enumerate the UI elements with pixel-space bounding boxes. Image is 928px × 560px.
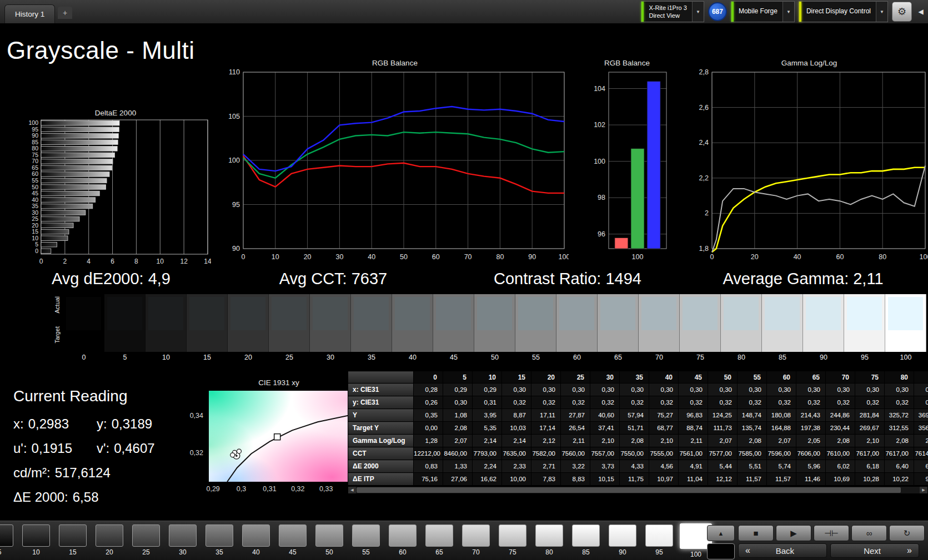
measured-point-dot xyxy=(235,455,238,457)
axis-tick-label: 80 xyxy=(32,145,38,152)
table-cell: 2,10 xyxy=(649,435,679,447)
table-scrollbar[interactable]: ◀ ▶ xyxy=(348,486,928,494)
gear-icon: ⚙ xyxy=(897,6,906,18)
swatch-level-label: 5 xyxy=(104,352,146,364)
step-button[interactable]: ⊣⊢ xyxy=(814,525,849,541)
meter-dropdown-chevron[interactable]: ▼ xyxy=(692,2,704,22)
swatch-actual-area xyxy=(847,297,882,330)
swatch-target-area xyxy=(844,294,885,352)
scroll-left-button[interactable]: ◀ xyxy=(348,487,356,493)
pattern-level-button[interactable]: 30 xyxy=(164,524,201,558)
summary-stats-row: Avg dE2000: 4,9 Avg CCT: 7637 Contrast R… xyxy=(0,270,928,291)
scrollbar-thumb[interactable] xyxy=(357,487,901,493)
table-row-label: y: CIE31 xyxy=(348,396,414,409)
axis-tick-label: 50 xyxy=(400,253,408,261)
swatch-axis-labels: Actual Target xyxy=(53,294,63,364)
settings-button[interactable]: ⚙ xyxy=(892,2,912,22)
meter-dropdown[interactable]: X-Rite i1Pro 3 Direct View ▼ xyxy=(641,1,704,22)
pattern-level-button[interactable]: 25 xyxy=(128,524,164,558)
table-cell: 68,77 xyxy=(649,422,679,435)
pattern-level-label: 90 xyxy=(619,548,626,556)
measured-point xyxy=(237,449,241,453)
axis-tick-label: 60 xyxy=(32,170,38,177)
back-button[interactable]: « Back xyxy=(738,543,827,558)
pattern-up-button[interactable]: ▲ xyxy=(707,525,735,541)
grayscale-swatch: 50 xyxy=(474,294,515,364)
swatch-target-area xyxy=(228,294,269,352)
tab-history-1[interactable]: History 1 xyxy=(4,4,55,23)
pattern-level-swatch xyxy=(389,524,417,547)
measurement-table: 0510152025303540455055606570758085x: CIE… xyxy=(348,371,928,485)
add-tab-button[interactable]: + xyxy=(58,7,72,19)
source-dropdown[interactable]: Mobile Forge ▼ xyxy=(731,1,795,22)
grayscale-swatch-strip: Actual Target 05101520253035404550556065… xyxy=(53,294,926,364)
table-cell: 312,55 xyxy=(885,422,914,435)
axis-tick-label: 80 xyxy=(879,253,886,261)
loop-button[interactable]: ↻ xyxy=(889,525,925,541)
deltae-chart-title: DeltaE 2000 xyxy=(20,109,211,118)
grayscale-swatch: 30 xyxy=(310,294,351,364)
table-cell: 197,38 xyxy=(796,422,826,435)
next-button[interactable]: Next » xyxy=(830,543,919,558)
continuous-read-button[interactable]: ∞ xyxy=(851,525,887,541)
pattern-level-button[interactable]: 20 xyxy=(91,524,128,558)
table-cell: 0,29 xyxy=(443,384,473,396)
pattern-level-button[interactable]: 85 xyxy=(568,524,604,558)
display-dropdown-text: Direct Display Control xyxy=(801,2,876,22)
table-cell: 2,07 xyxy=(708,435,738,447)
display-dropdown-chevron[interactable]: ▼ xyxy=(876,2,887,22)
axis-tick-label: 0 xyxy=(710,253,714,261)
table-cell: 1,28 xyxy=(414,435,443,447)
swatch-actual-area xyxy=(436,297,471,330)
table-cell: 11,75 xyxy=(620,473,649,486)
stop-button[interactable]: ■ xyxy=(738,525,774,541)
pattern-level-button[interactable]: 15 xyxy=(54,524,91,558)
reading-x: x:0,2983 xyxy=(13,416,97,432)
grayscale-swatch: 95 xyxy=(844,294,885,364)
pattern-level-button[interactable]: 75 xyxy=(494,524,531,558)
scroll-right-button[interactable]: ▶ xyxy=(920,487,927,493)
grayscale-swatch: 80 xyxy=(721,294,762,364)
display-control-dropdown[interactable]: Direct Display Control ▼ xyxy=(799,1,888,22)
table-cell: 0,32 xyxy=(738,396,767,409)
cie-chart-title: CIE 1931 xy xyxy=(184,379,351,387)
pattern-level-button[interactable]: 50 xyxy=(311,524,348,558)
play-button[interactable]: ▶ xyxy=(776,525,811,541)
swatch-target-area xyxy=(433,294,474,352)
table-row: Target Y0,002,085,3510,0317,1426,5437,41… xyxy=(348,422,928,435)
pattern-window-button[interactable] xyxy=(707,543,735,559)
table-cell: 0,30 xyxy=(649,384,679,396)
table-cell: 0,83 xyxy=(414,460,443,473)
pattern-level-button[interactable]: 5 xyxy=(0,524,18,558)
gamma-chart-title: Gamma Log/Log xyxy=(690,59,928,68)
green-bar xyxy=(631,149,644,249)
swatch-level-label: 20 xyxy=(228,352,269,364)
pattern-level-button[interactable]: 35 xyxy=(201,524,238,558)
pattern-level-button[interactable]: 65 xyxy=(421,524,458,558)
chevron-down-icon: ▼ xyxy=(696,9,700,14)
axis-tick-label: 75 xyxy=(32,152,38,158)
pattern-level-button[interactable]: 70 xyxy=(458,524,494,558)
pattern-level-button[interactable]: 60 xyxy=(384,524,421,558)
pattern-level-button[interactable]: 10 xyxy=(18,524,54,558)
axis-tick-label: 10 xyxy=(32,235,38,241)
pattern-level-button[interactable]: 45 xyxy=(274,524,311,558)
rgb-balance-bar-chart: 9698100102104100 xyxy=(585,68,669,262)
next-arrows-icon: » xyxy=(907,546,912,556)
table-cell: 0,00 xyxy=(414,422,443,435)
source-dropdown-chevron[interactable]: ▼ xyxy=(782,2,794,22)
swatch-actual-area xyxy=(518,297,553,330)
axis-tick-label: 60 xyxy=(836,253,844,261)
pattern-level-button[interactable]: 80 xyxy=(531,524,568,558)
table-cell: 180,08 xyxy=(767,409,796,422)
swatch-level-label: 85 xyxy=(762,352,803,364)
pattern-level-button[interactable]: 95 xyxy=(641,524,678,558)
collapse-panel-button[interactable]: ◀ xyxy=(916,2,926,21)
table-column-header: 0 xyxy=(414,371,443,384)
table-cell: 0,30 xyxy=(443,396,473,409)
pattern-level-button[interactable]: 40 xyxy=(238,524,274,558)
swatch-actual-area xyxy=(66,297,101,330)
pattern-level-button[interactable]: 90 xyxy=(604,524,641,558)
table-cell: 2,08 xyxy=(620,435,649,447)
pattern-level-button[interactable]: 55 xyxy=(348,524,384,558)
